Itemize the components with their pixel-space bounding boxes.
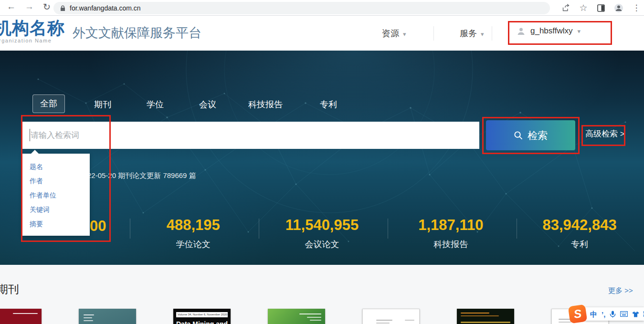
ime-skin-icon[interactable] (632, 311, 639, 317)
cover-text-line (461, 322, 510, 323)
cover-text-line (299, 314, 321, 314)
chevron-down-icon: ▾ (403, 31, 406, 38)
cover-text-line (376, 320, 392, 321)
ime-microphone-icon[interactable] (610, 311, 616, 318)
nav-services-label: 服务 (460, 29, 477, 38)
profile-avatar-icon[interactable] (614, 3, 623, 13)
ime-toolbar: 中 ’, (583, 307, 644, 321)
tab-tech-report[interactable]: 科技报告 (248, 99, 283, 110)
more-journals-link[interactable]: 更多 >> (608, 286, 633, 295)
logo-cn-text: 机构名称 (0, 19, 71, 38)
stat-patents: 83,942,843 专利 (515, 217, 644, 250)
cover-text-line (405, 320, 414, 321)
cover-title: Data Mining and (176, 320, 228, 324)
journal-cover[interactable] (79, 309, 136, 324)
nav-services[interactable]: 服务▾ (460, 28, 484, 39)
stat-value: 11,540,955 (258, 217, 387, 234)
search-field-dropdown: 题名 作者 作者单位 关键词 摘要 (22, 154, 90, 236)
stat-tech-reports: 1,187,110 科技报告 (386, 217, 515, 250)
browser-chrome: ← → ↻ for.wanfangdata.com.cn ☆ ⋮ (0, 0, 644, 16)
stat-label: 专利 (515, 239, 644, 250)
tab-degree[interactable]: 学位 (147, 99, 164, 110)
header-divider (492, 26, 492, 41)
dropdown-caret (31, 150, 39, 154)
stat-label: 科技报告 (386, 239, 515, 250)
search-button[interactable]: 检索 (486, 120, 575, 150)
dropdown-option-title[interactable]: 题名 (22, 159, 90, 174)
dropdown-option-abstract[interactable]: 摘要 (22, 217, 90, 231)
cover-top-text: Volume 34, Number 6, November 2020 (176, 312, 228, 317)
advanced-search-link[interactable]: 高级检索 > (585, 128, 625, 139)
header-divider (433, 26, 434, 41)
cover-text-line (84, 320, 93, 321)
journals-section: 期刊 更多 >> JEVA Volume 34, Number 6, Novem… (0, 265, 644, 324)
organization-logo[interactable]: 机构名称 Organization Name (0, 19, 71, 43)
url-text: for.wanfangdata.com.cn (70, 4, 141, 12)
journal-cover[interactable] (268, 309, 325, 324)
journal-cover[interactable] (457, 309, 514, 324)
search-button-label: 检索 (528, 129, 548, 142)
journal-cover[interactable] (362, 309, 420, 324)
journal-cover[interactable]: JEVA (0, 309, 42, 324)
cover-text-line (461, 315, 499, 316)
search-input[interactable] (21, 122, 479, 149)
chevron-down-icon: ▾ (578, 28, 581, 35)
search-icon (514, 131, 523, 140)
nav-resources[interactable]: 资源▾ (382, 28, 406, 39)
stat-value: 488,195 (129, 217, 258, 234)
cover-text-line (376, 323, 390, 324)
cover-text-line (84, 314, 94, 315)
cover-text-line (310, 320, 321, 321)
forward-icon[interactable]: → (25, 1, 34, 12)
dropdown-option-keyword[interactable]: 关键词 (22, 202, 90, 217)
nav-resources-label: 资源 (382, 29, 399, 38)
ime-punctuation-icon[interactable]: ’, (602, 311, 605, 318)
tab-patent[interactable]: 专利 (320, 99, 337, 110)
cover-text-line (13, 313, 38, 314)
stat-label: 会议论文 (258, 239, 387, 250)
user-menu[interactable]: g_hbsffwlxy ▾ (517, 26, 581, 36)
cover-text-line (84, 317, 92, 318)
tab-conference[interactable]: 会议 (199, 99, 216, 110)
side-panel-icon[interactable] (596, 3, 606, 13)
cover-text-line (461, 313, 489, 314)
ime-keyboard-icon[interactable] (620, 311, 628, 317)
stat-conference-papers: 11,540,955 会议论文 (258, 217, 387, 250)
browser-menu-icon[interactable]: ⋮ (632, 3, 641, 13)
bookmark-star-icon[interactable]: ☆ (579, 3, 588, 13)
site-title: 外文文献保障服务平台 (73, 24, 201, 42)
stat-value: 1,187,110 (386, 217, 515, 234)
tab-journal[interactable]: 期刊 (94, 99, 111, 110)
sogou-logo[interactable]: S (568, 304, 588, 324)
logo-en-text: Organization Name (0, 38, 71, 43)
back-icon[interactable]: ← (7, 1, 16, 12)
user-icon (517, 27, 526, 36)
site-header: 机构名称 Organization Name 外文文献保障服务平台 资源▾ 服务… (0, 16, 644, 51)
stat-value: 83,942,843 (515, 217, 644, 234)
cover-text-line (559, 322, 571, 323)
ime-chinese-mode-icon[interactable]: 中 (590, 311, 597, 318)
username-text: g_hbsffwlxy (530, 26, 573, 36)
stat-label: 学位论文 (129, 239, 258, 250)
hero-banner: 全部 期刊 学位 会议 科技报告 专利 检索 高级检索 > 22-05-20 期… (0, 51, 644, 265)
dropdown-option-author[interactable]: 作者 (22, 174, 90, 188)
cover-text-line (307, 317, 321, 318)
reload-icon[interactable]: ↻ (43, 1, 51, 12)
update-announcement: 22-05-20 期刊论文更新 789669 篇 (87, 171, 196, 180)
journal-cover[interactable]: Volume 34, Number 6, November 2020 Data … (173, 309, 231, 324)
chevron-down-icon: ▾ (481, 31, 484, 38)
journals-heading: 期刊 (0, 282, 19, 297)
url-bar[interactable]: for.wanfangdata.com.cn (53, 2, 550, 14)
tab-all[interactable]: 全部 (32, 94, 65, 113)
stat-journal-papers-visible-digits: 00 (90, 218, 106, 235)
stat-degree-papers: 488,195 学位论文 (129, 217, 258, 250)
lock-icon (60, 5, 65, 11)
text-cursor (30, 129, 30, 141)
share-icon[interactable] (561, 3, 570, 13)
dropdown-option-affiliation[interactable]: 作者单位 (22, 188, 90, 202)
